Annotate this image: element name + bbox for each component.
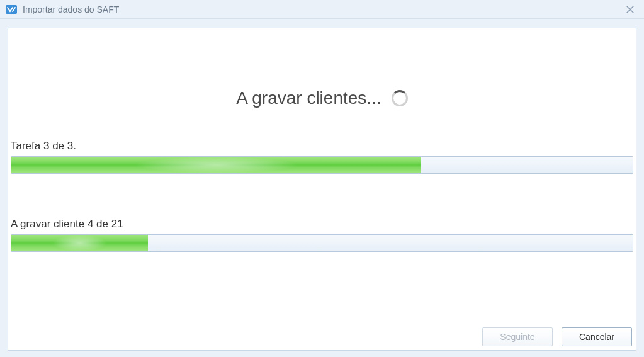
subtask-section: A gravar cliente 4 de 21 <box>8 218 636 252</box>
next-button[interactable]: Seguinte <box>482 327 553 346</box>
subtask-progress-fill <box>11 235 148 251</box>
cancel-button[interactable]: Cancelar <box>562 327 632 346</box>
task-section: Tarefa 3 de 3. <box>8 140 636 174</box>
button-row: Seguinte Cancelar <box>8 324 636 350</box>
content-area: A gravar clientes... Tarefa 3 de 3. A gr… <box>0 19 644 357</box>
app-icon <box>5 3 18 16</box>
subtask-progress-track <box>11 234 633 252</box>
task-progress-fill <box>11 157 421 173</box>
task-progress-track <box>11 156 633 174</box>
titlebar: Importar dados do SAFT <box>0 0 644 19</box>
main-panel: A gravar clientes... Tarefa 3 de 3. A gr… <box>8 28 636 351</box>
window-title: Importar dados do SAFT <box>23 4 621 14</box>
status-row: A gravar clientes... <box>8 88 636 108</box>
task-label: Tarefa 3 de 3. <box>11 140 633 152</box>
subtask-label: A gravar cliente 4 de 21 <box>11 218 633 230</box>
spinner-icon <box>392 90 408 106</box>
status-message: A gravar clientes... <box>236 88 381 108</box>
close-icon[interactable] <box>621 1 639 18</box>
